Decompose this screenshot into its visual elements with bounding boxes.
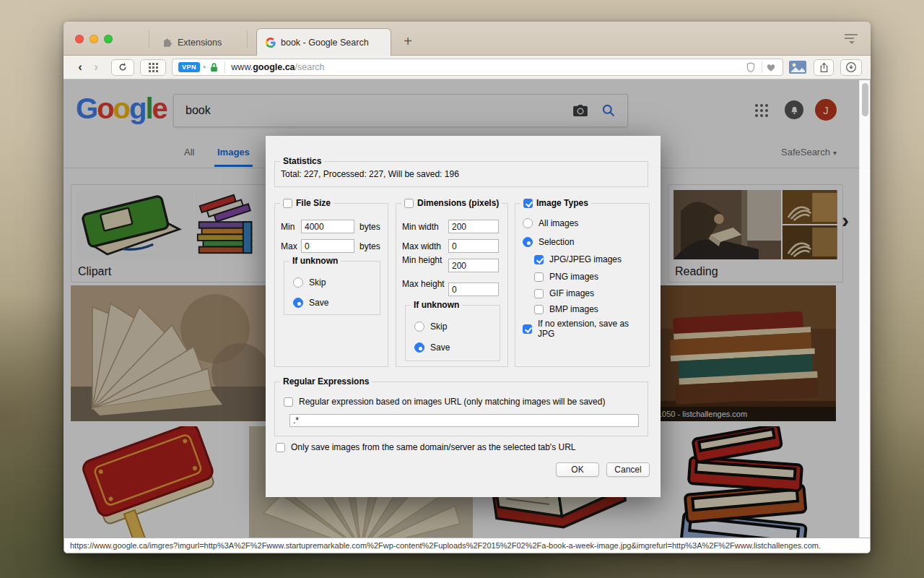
downloads-button[interactable]	[840, 59, 862, 76]
puzzle-icon	[162, 37, 173, 48]
jpg-checkbox-row[interactable]: JPG/JPEG images	[534, 254, 622, 264]
back-button[interactable]: ‹	[72, 60, 88, 74]
no-extension-checkbox-row[interactable]: If no extension, save as JPG	[523, 319, 644, 339]
reload-button[interactable]	[111, 59, 134, 76]
url-separator	[762, 61, 762, 73]
if-unknown-legend: If unknown	[411, 300, 462, 310]
selection-radio-row[interactable]: Selection	[523, 237, 574, 247]
gif-checkbox[interactable]	[534, 289, 544, 298]
all-images-radio-row[interactable]: All images	[523, 218, 578, 228]
forward-button[interactable]: ›	[88, 60, 104, 74]
tab-extensions-label: Extensions	[178, 38, 222, 48]
shield-icon[interactable]	[746, 62, 756, 73]
max-height-input[interactable]	[448, 282, 499, 296]
save-radio-row[interactable]: Save	[414, 342, 450, 353]
file-size-checkbox[interactable]	[283, 199, 292, 208]
dial-grid-button[interactable]	[140, 59, 166, 76]
regex-checkbox-row[interactable]: Regular expression based on images URL (…	[284, 397, 605, 407]
selection-radio[interactable]	[523, 237, 533, 247]
tab-bar: Extensions book - Google Search +	[64, 22, 871, 56]
file-size-fieldset: File Size Min bytes Max bytes If unknown…	[274, 203, 388, 367]
image-types-checkbox[interactable]	[523, 199, 533, 208]
bmp-checkbox[interactable]	[534, 305, 544, 314]
jpg-checkbox[interactable]	[534, 255, 544, 264]
statistics-fieldset: Statistics Total: 227, Processed: 227, W…	[274, 161, 648, 187]
minimize-window-button[interactable]	[90, 35, 98, 43]
tab-overflow-menu-icon[interactable]	[843, 33, 859, 46]
bmp-checkbox-row[interactable]: BMP images	[534, 304, 598, 314]
cancel-button[interactable]: Cancel	[606, 462, 650, 477]
statistics-legend: Statistics	[280, 156, 324, 166]
tab-extensions[interactable]: Extensions	[152, 29, 232, 56]
image-downloader-extension-icon[interactable]	[789, 61, 806, 74]
status-url: https://www.google.ca/imgres?imgurl=http…	[70, 541, 821, 550]
scrollbar-thumb[interactable]	[862, 83, 868, 116]
min-width-label: Min width	[402, 222, 439, 232]
regex-pattern-input[interactable]	[289, 414, 639, 427]
desktop-wallpaper: Extensions book - Google Search + ‹ ›	[0, 0, 924, 578]
heart-icon[interactable]	[765, 62, 777, 72]
dimensions-if-unknown-fieldset: If unknown Skip Save	[405, 305, 500, 361]
max-size-label: Max	[281, 241, 297, 251]
url-dot-separator: ·	[203, 61, 206, 74]
same-domain-checkbox[interactable]	[276, 443, 285, 452]
max-height-label: Max height	[402, 280, 445, 290]
max-size-unit: bytes	[359, 241, 380, 251]
dimensions-fieldset: Dimensions (pixels) Min width Max width …	[396, 203, 508, 367]
close-window-button[interactable]	[75, 35, 84, 43]
max-size-input[interactable]	[301, 239, 354, 253]
save-radio-row[interactable]: Save	[293, 298, 328, 308]
statistics-summary: Total: 227, Processed: 227, Will be save…	[281, 169, 459, 179]
same-domain-checkbox-row[interactable]: Only save images from the same domain/se…	[276, 442, 575, 452]
status-bar: https://www.google.ca/imgres?imgurl=http…	[64, 538, 871, 553]
lock-icon[interactable]	[209, 62, 219, 73]
regex-fieldset: Regular Expressions Regular expression b…	[274, 381, 648, 436]
google-favicon	[266, 38, 276, 48]
tab-divider	[247, 30, 248, 48]
png-checkbox-row[interactable]: PNG images	[534, 272, 598, 282]
min-size-input[interactable]	[301, 220, 354, 233]
zoom-window-button[interactable]	[104, 35, 113, 43]
browser-window: Extensions book - Google Search + ‹ ›	[64, 22, 871, 553]
image-types-legend: Image Types	[520, 198, 591, 208]
min-size-unit: bytes	[359, 222, 380, 232]
url-bar[interactable]: VPN · www.google.ca/search	[172, 59, 783, 76]
no-extension-checkbox[interactable]	[523, 324, 532, 334]
dimensions-legend: Dimensions (pixels)	[401, 198, 502, 208]
tab-google-search[interactable]: book - Google Search	[256, 28, 391, 56]
max-width-input[interactable]	[448, 239, 499, 253]
page-content: Google book J	[64, 79, 871, 553]
image-saver-dialog: Statistics Total: 227, Processed: 227, W…	[266, 136, 661, 497]
page-scrollbar[interactable]	[859, 80, 870, 553]
skip-radio-row[interactable]: Skip	[414, 322, 447, 332]
skip-radio[interactable]	[414, 322, 424, 332]
save-radio[interactable]	[414, 342, 424, 353]
tab-divider	[149, 30, 149, 48]
skip-radio[interactable]	[293, 277, 303, 288]
png-checkbox[interactable]	[534, 272, 544, 282]
max-width-label: Max width	[402, 241, 441, 251]
url-separator	[225, 61, 225, 73]
share-button[interactable]	[814, 59, 834, 76]
if-unknown-legend: If unknown	[289, 256, 341, 266]
skip-radio-row[interactable]: Skip	[293, 277, 326, 288]
file-size-legend: File Size	[280, 198, 334, 208]
min-height-input[interactable]	[448, 259, 499, 272]
gif-checkbox-row[interactable]: GIF images	[534, 288, 594, 298]
tab-google-search-label: book - Google Search	[281, 38, 369, 48]
min-width-input[interactable]	[448, 220, 499, 233]
url-text: www.google.ca/search	[231, 62, 746, 72]
regex-checkbox[interactable]	[284, 397, 293, 407]
all-images-radio[interactable]	[523, 218, 533, 228]
new-tab-button[interactable]: +	[397, 31, 419, 53]
ok-button[interactable]: OK	[556, 462, 599, 477]
min-height-label: Min height	[402, 256, 445, 266]
regex-legend: Regular Expressions	[280, 376, 372, 387]
image-types-fieldset: Image Types All images Selection JPG/JPE…	[515, 203, 650, 367]
navigation-toolbar: ‹ › VPN · www.google.ca/search	[64, 56, 871, 79]
save-radio[interactable]	[293, 298, 303, 308]
file-size-if-unknown-fieldset: If unknown Skip Save	[284, 261, 380, 315]
dimensions-checkbox[interactable]	[404, 199, 414, 208]
vpn-badge[interactable]: VPN	[178, 62, 200, 72]
min-size-label: Min	[281, 222, 295, 232]
